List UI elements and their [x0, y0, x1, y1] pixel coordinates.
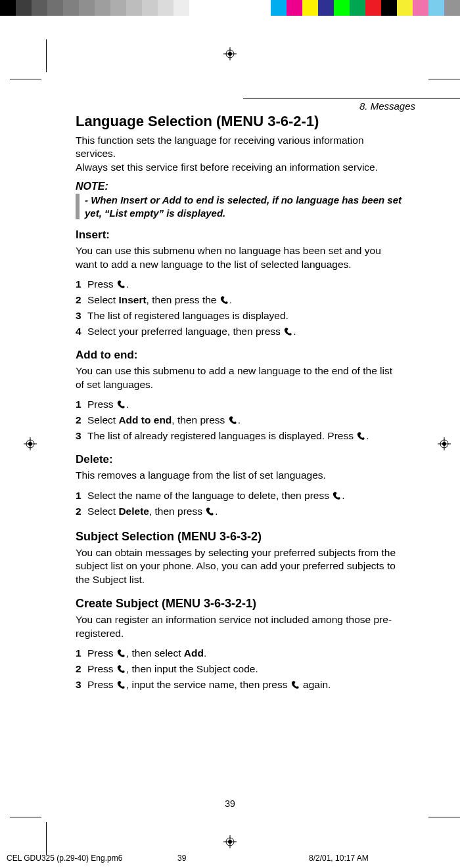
- step-item: 2Press , then input the Subject code.: [76, 661, 402, 677]
- swatch: [365, 0, 381, 16]
- call-key-icon: [205, 506, 215, 516]
- subsection-add-desc: You can use this submenu to add a new la…: [76, 364, 402, 391]
- step-text: Select Insert, then press the .: [87, 292, 232, 308]
- call-key-icon: [116, 279, 126, 289]
- crop-mark: [428, 79, 460, 79]
- swatch: [16, 0, 32, 16]
- page-content: Language Selection (MENU 3-6-2-1) This f…: [76, 113, 402, 695]
- step-number: 1: [76, 645, 87, 661]
- crop-mark: [10, 79, 41, 79]
- step-text: Press .: [87, 397, 129, 412]
- crop-mark: [10, 817, 41, 817]
- subsection-delete-desc: This removes a language from the list of…: [76, 469, 402, 482]
- step-item: 3The list of already registered language…: [76, 428, 402, 444]
- crop-mark: [46, 822, 47, 855]
- swatch: [47, 0, 63, 16]
- swatch: [158, 0, 173, 16]
- note-label: NOTE:: [76, 181, 402, 192]
- create-steps-list: 1Press , then select Add.2Press , then i…: [76, 645, 402, 693]
- step-text: Select the name of the language to delet…: [87, 488, 345, 504]
- step-number: 2: [76, 661, 87, 677]
- step-number: 1: [76, 276, 87, 292]
- step-item: 3The list of registered languages is dis…: [76, 308, 402, 324]
- step-number: 3: [76, 677, 87, 693]
- print-swatches-left: [0, 0, 205, 16]
- print-footer: CEL GDU325 (p.29-40) Eng.pm6 39 8/2/01, …: [0, 854, 460, 863]
- intro-text-line: Always set this service first before rec…: [76, 162, 378, 173]
- page-title: Language Selection (MENU 3-6-2-1): [76, 113, 402, 130]
- crop-mark: [428, 817, 460, 817]
- step-text: Select Add to end, then press .: [87, 412, 241, 428]
- registration-mark-icon: [24, 437, 37, 450]
- note-body: - When Insert or Add to end is selected,…: [76, 194, 402, 219]
- step-text: Press , then input the Subject code.: [87, 661, 258, 677]
- step-text: Select Delete, then press .: [87, 504, 218, 519]
- insert-steps-list: 1Press .2Select Insert, then press the .…: [76, 276, 402, 339]
- call-key-icon: [116, 399, 126, 409]
- step-number: 1: [76, 397, 87, 412]
- call-key-icon: [356, 431, 366, 441]
- swatch: [173, 0, 189, 16]
- swatch: [413, 0, 428, 16]
- swatch: [32, 0, 47, 16]
- call-key-icon: [283, 326, 293, 336]
- swatch: [428, 0, 444, 16]
- step-number: 2: [76, 292, 87, 308]
- step-number: 3: [76, 308, 87, 324]
- subject-selection-desc: You can obtain messages by selecting you…: [76, 546, 402, 586]
- print-swatches-right: [271, 0, 460, 16]
- section-header-rule: 8. Messages: [243, 98, 460, 112]
- step-text: Select your preferred language, then pre…: [87, 324, 296, 339]
- swatch: [334, 0, 350, 16]
- swatch: [271, 0, 287, 16]
- swatch: [397, 0, 413, 16]
- subsection-delete-title: Delete:: [76, 453, 402, 466]
- swatch: [350, 0, 365, 16]
- step-text: Press , input the service name, then pre…: [87, 677, 331, 693]
- step-item: 2Select Add to end, then press .: [76, 412, 402, 428]
- step-text: Press , then select Add.: [87, 645, 206, 661]
- registration-mark-icon: [223, 835, 237, 848]
- heading-subject-selection: Subject Selection (MENU 3-6-3-2): [76, 530, 402, 544]
- subsection-insert-title: Insert:: [76, 228, 402, 242]
- subsection-insert-desc: You can use this submenu when no languag…: [76, 244, 402, 271]
- swatch: [142, 0, 158, 16]
- step-item: 1Press .: [76, 276, 402, 292]
- registration-mark-icon: [223, 47, 237, 60]
- step-number: 4: [76, 324, 87, 339]
- swatch: [189, 0, 205, 16]
- call-key-icon: [332, 490, 342, 500]
- call-key-icon: [116, 664, 126, 674]
- swatch: [318, 0, 334, 16]
- step-text: The list of already registered languages…: [87, 428, 369, 444]
- step-number: 2: [76, 504, 87, 519]
- crop-mark: [46, 39, 47, 72]
- step-number: 1: [76, 488, 87, 504]
- step-item: 1Press , then select Add.: [76, 645, 402, 661]
- step-text: The list of registered languages is disp…: [87, 308, 288, 324]
- section-label: 8. Messages: [359, 99, 460, 112]
- add-steps-list: 1Press .2Select Add to end, then press .…: [76, 397, 402, 444]
- call-key-icon: [290, 680, 300, 689]
- create-subject-desc: You can register an information service …: [76, 613, 402, 640]
- swatch: [95, 0, 110, 16]
- swatch: [444, 0, 460, 16]
- call-key-icon: [116, 648, 126, 658]
- step-item: 2Select Delete, then press .: [76, 504, 402, 519]
- footer-page: 39: [177, 854, 309, 863]
- swatch: [381, 0, 397, 16]
- page-number: 39: [0, 798, 460, 809]
- step-item: 1Select the name of the language to dele…: [76, 488, 402, 504]
- delete-steps-list: 1Select the name of the language to dele…: [76, 488, 402, 519]
- step-item: 1Press .: [76, 397, 402, 412]
- intro-text-line: This function sets the language for rece…: [76, 135, 364, 159]
- step-item: 3Press , input the service name, then pr…: [76, 677, 402, 693]
- footer-date: 8/2/01, 10:17 AM: [309, 854, 369, 863]
- swatch: [302, 0, 318, 16]
- heading-create-subject: Create Subject (MENU 3-6-3-2-1): [76, 597, 402, 611]
- subsection-add-title: Add to end:: [76, 349, 402, 362]
- registration-mark-icon: [438, 437, 451, 450]
- swatch: [110, 0, 126, 16]
- swatch: [287, 0, 302, 16]
- swatch: [63, 0, 79, 16]
